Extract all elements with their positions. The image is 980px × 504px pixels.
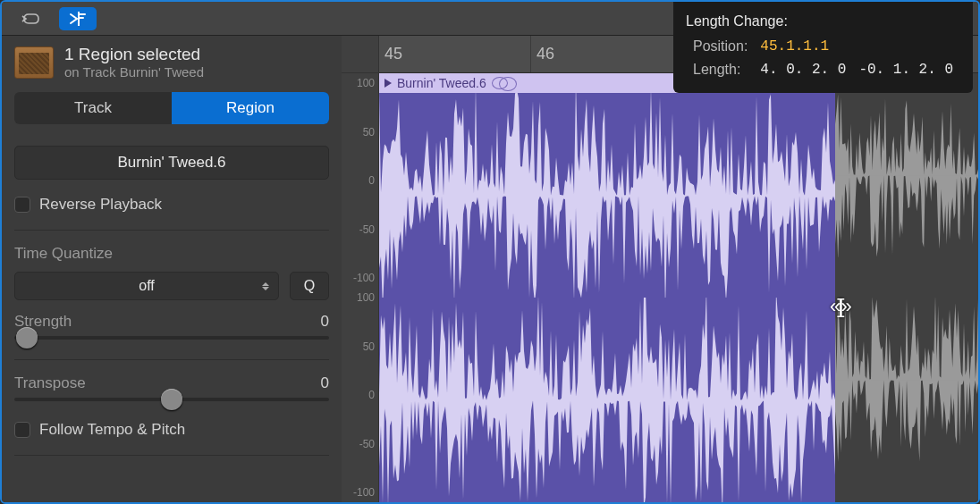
waveform-right-selected bbox=[379, 298, 835, 503]
inspector-subtitle: on Track Burnin' Tweed bbox=[64, 64, 204, 80]
stereo-icon bbox=[492, 77, 508, 89]
track-amp-icon bbox=[14, 46, 54, 79]
audio-editor: 100 50 0 -50 -100 100 50 0 -50 -100 45 4… bbox=[342, 36, 978, 502]
play-icon bbox=[384, 79, 392, 88]
tooltip-length-value: 4. 0. 2. 0 bbox=[755, 59, 851, 80]
waveform-left-unselected bbox=[835, 93, 978, 257]
inspector-header: 1 Region selected on Track Burnin' Tweed bbox=[2, 36, 342, 92]
strength-slider-thumb[interactable] bbox=[16, 327, 38, 349]
reverse-playback-label: Reverse Playback bbox=[39, 196, 162, 214]
tooltip-length-label: Length: bbox=[688, 59, 753, 80]
bar-marker: 46 bbox=[531, 36, 683, 72]
transpose-label: Transpose bbox=[14, 374, 86, 392]
inspector-title: 1 Region selected bbox=[64, 45, 204, 64]
transpose-slider[interactable] bbox=[14, 398, 329, 401]
follow-tempo-pitch-label: Follow Tempo & Pitch bbox=[39, 421, 185, 439]
follow-tempo-pitch-checkbox[interactable] bbox=[14, 422, 30, 438]
strength-value: 0 bbox=[321, 313, 329, 331]
region-inspector: 1 Region selected on Track Burnin' Tweed… bbox=[2, 36, 342, 502]
waveform-left-selected bbox=[379, 93, 835, 298]
inspector-tabs: Track Region bbox=[14, 92, 329, 124]
transpose-value: 0 bbox=[321, 374, 329, 392]
tab-region[interactable]: Region bbox=[172, 92, 329, 124]
strength-slider[interactable] bbox=[14, 336, 329, 340]
time-quantize-section: Time Quantize off Q Strength 0 bbox=[14, 231, 329, 360]
time-quantize-value: off bbox=[139, 278, 155, 294]
waveform-right-unselected bbox=[835, 298, 978, 462]
quantize-button[interactable]: Q bbox=[290, 272, 329, 300]
region-panel: Burnin' Tweed.6 Reverse Playback Time Qu… bbox=[2, 137, 342, 456]
catch-playhead-button[interactable] bbox=[59, 7, 97, 30]
tooltip-position-label: Position: bbox=[688, 36, 753, 57]
amplitude-scale-top: 100 50 0 -50 -100 bbox=[342, 73, 378, 288]
bar-marker: 45 bbox=[379, 36, 531, 72]
reverse-playback-row[interactable]: Reverse Playback bbox=[14, 189, 329, 231]
chevron-updown-icon bbox=[262, 282, 269, 290]
waveform-area[interactable]: 45 46 47 Burnin' Tweed.6 «][» bbox=[379, 36, 978, 502]
length-change-tooltip: Length Change: Position: 45.1.1.1 Length… bbox=[673, 2, 973, 93]
tooltip-position-value: 45.1.1.1 bbox=[755, 36, 851, 57]
transpose-slider-thumb[interactable] bbox=[161, 389, 182, 410]
waveform-canvas[interactable] bbox=[379, 93, 978, 502]
amplitude-ruler: 100 50 0 -50 -100 100 50 0 -50 -100 bbox=[342, 36, 379, 502]
tooltip-title: Length Change: bbox=[686, 11, 960, 32]
region-header-label: Burnin' Tweed.6 bbox=[397, 76, 486, 90]
tab-track[interactable]: Track bbox=[14, 92, 172, 124]
cycle-tool-button[interactable] bbox=[13, 7, 50, 30]
amplitude-scale-bottom: 100 50 0 -50 -100 bbox=[342, 288, 378, 502]
reverse-playback-checkbox[interactable] bbox=[14, 197, 30, 213]
region-name-field[interactable]: Burnin' Tweed.6 bbox=[14, 146, 329, 180]
tooltip-delta-value: -0. 1. 2. 0 bbox=[853, 59, 959, 80]
time-quantize-select[interactable]: off bbox=[14, 272, 279, 300]
time-quantize-title: Time Quantize bbox=[14, 245, 329, 263]
transpose-section: Transpose 0 Follow Tempo & Pitch bbox=[14, 360, 329, 456]
